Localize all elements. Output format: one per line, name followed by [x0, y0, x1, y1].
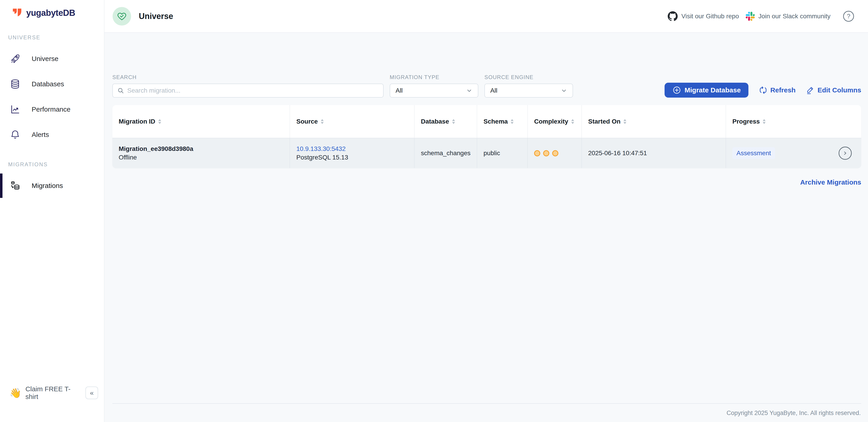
chevron-right-icon	[842, 150, 848, 156]
column-header-source[interactable]: Source	[289, 105, 414, 138]
github-link[interactable]: Visit our Github repo	[668, 11, 739, 21]
sidebar-nav-universe: Universe Databases Performa	[0, 46, 104, 147]
edit-columns-button[interactable]: Edit Columns	[806, 86, 861, 94]
sidebar-item-universe[interactable]: Universe	[0, 46, 104, 71]
sidebar-item-label: Universe	[32, 55, 58, 63]
search-input[interactable]	[127, 87, 379, 94]
chart-icon	[10, 104, 20, 115]
column-label: Progress	[733, 118, 760, 125]
filters-toolbar: SEARCH MIGRATION TYPE All SOU	[112, 74, 861, 98]
sort-icon	[510, 119, 514, 124]
sidebar-section-universe: UNIVERSE	[8, 34, 104, 41]
search-label: SEARCH	[112, 74, 383, 80]
complexity-dot	[552, 150, 558, 156]
column-label: Schema	[484, 118, 508, 125]
content-area: SEARCH MIGRATION TYPE All SOU	[104, 33, 868, 422]
column-header-started-on[interactable]: Started On	[581, 105, 725, 138]
complexity-dots	[534, 150, 558, 156]
help-button[interactable]: ?	[843, 11, 854, 22]
source-host-link[interactable]: 10.9.133.30:5432	[296, 145, 348, 153]
sort-icon	[452, 119, 455, 124]
slack-link[interactable]: Join our Slack community	[746, 12, 831, 21]
sidebar-collapse-button[interactable]: «	[86, 387, 98, 399]
migration-type-select[interactable]: All	[390, 84, 478, 98]
brand-name: yugabyteDB	[26, 8, 75, 18]
source-engine: PostgreSQL 15.13	[296, 154, 348, 161]
edit-pencil-icon	[806, 86, 815, 94]
slack-link-label: Join our Slack community	[758, 13, 831, 20]
database-name: schema_changes	[421, 150, 470, 157]
cell-complexity	[527, 138, 581, 168]
column-header-database[interactable]: Database	[414, 105, 477, 138]
migration-type-field-group: MIGRATION TYPE All	[390, 74, 478, 98]
heart-check-icon	[117, 11, 127, 22]
sort-icon	[623, 119, 627, 124]
migrations-table: Migration ID Source Database Schema Comp…	[112, 105, 861, 168]
refresh-label: Refresh	[770, 86, 796, 94]
migration-mode: Offline	[119, 154, 193, 161]
sort-icon	[763, 119, 766, 124]
refresh-button[interactable]: Refresh	[759, 86, 796, 94]
sidebar-item-label: Alerts	[32, 131, 49, 138]
source-engine-select[interactable]: All	[485, 84, 573, 98]
column-header-migration-id[interactable]: Migration ID	[112, 105, 289, 138]
archive-migrations-link[interactable]: Archive Migrations	[800, 178, 861, 186]
sidebar-item-migrations[interactable]: Migrations	[0, 173, 104, 198]
sidebar-item-label: Migrations	[32, 182, 63, 190]
sort-icon	[158, 119, 161, 124]
column-label: Migration ID	[119, 118, 155, 125]
brand-logo[interactable]: yugabyteDB	[0, 0, 104, 18]
plus-circle-icon	[672, 86, 681, 95]
cell-progress: Assessment	[725, 138, 861, 168]
sort-icon	[571, 119, 575, 124]
header-links: Visit our Github repo Join our Slack com…	[668, 11, 854, 22]
search-icon	[117, 87, 124, 94]
sidebar-item-label: Databases	[32, 80, 64, 88]
cell-schema: public	[477, 138, 527, 168]
progress-badge[interactable]: Assessment	[733, 147, 775, 159]
edit-columns-label: Edit Columns	[817, 86, 861, 94]
migrate-database-button[interactable]: Migrate Database	[664, 83, 748, 98]
column-label: Complexity	[534, 118, 568, 125]
refresh-icon	[759, 86, 767, 94]
sidebar-item-databases[interactable]: Databases	[0, 71, 104, 97]
cell-source: 10.9.133.30:5432 PostgreSQL 15.13	[289, 138, 414, 168]
column-label: Started On	[588, 118, 620, 125]
column-label: Database	[421, 118, 449, 125]
column-header-complexity[interactable]: Complexity	[527, 105, 581, 138]
cell-migration-id: Migration_ee3908d3980a Offline	[112, 138, 289, 168]
complexity-dot	[534, 150, 540, 156]
source-engine-label: SOURCE ENGINE	[485, 74, 573, 80]
cell-database: schema_changes	[414, 138, 477, 168]
column-label: Source	[296, 118, 318, 125]
claim-tshirt-link[interactable]: Claim FREE T-shirt	[25, 385, 81, 400]
column-header-schema[interactable]: Schema	[477, 105, 527, 138]
rocket-icon	[10, 54, 20, 64]
chevron-down-icon	[561, 88, 567, 94]
migrate-database-icon	[10, 181, 20, 191]
wave-emoji-icon: 👋	[9, 387, 21, 398]
sidebar: yugabyteDB UNIVERSE Universe	[0, 0, 104, 422]
complexity-dot	[543, 150, 549, 156]
claim-tshirt-row: 👋 Claim FREE T-shirt «	[0, 385, 104, 400]
source-engine-field-group: SOURCE ENGINE All	[485, 74, 573, 98]
started-on-value: 2025-06-16 10:47:51	[588, 150, 647, 157]
sidebar-item-performance[interactable]: Performance	[0, 97, 104, 122]
main-area: Universe Visit our Github repo Join our …	[104, 0, 868, 422]
source-engine-value: All	[490, 87, 497, 94]
sidebar-section-migrations: MIGRATIONS	[8, 161, 104, 168]
sidebar-nav-migrations: Migrations	[0, 173, 104, 198]
yugabyte-logo-icon	[12, 8, 23, 18]
migrate-database-label: Migrate Database	[685, 86, 741, 94]
schema-name: public	[484, 150, 500, 157]
column-header-progress[interactable]: Progress	[725, 105, 861, 138]
sidebar-item-alerts[interactable]: Alerts	[0, 122, 104, 147]
database-icon	[10, 79, 20, 89]
bell-icon	[10, 129, 20, 140]
table-row[interactable]: Migration_ee3908d3980a Offline 10.9.133.…	[112, 138, 861, 168]
row-expand-button[interactable]	[839, 147, 852, 160]
migration-type-label: MIGRATION TYPE	[390, 74, 478, 80]
sort-icon	[320, 119, 324, 124]
search-input-wrapper	[112, 84, 383, 98]
top-header: Universe Visit our Github repo Join our …	[104, 0, 868, 33]
